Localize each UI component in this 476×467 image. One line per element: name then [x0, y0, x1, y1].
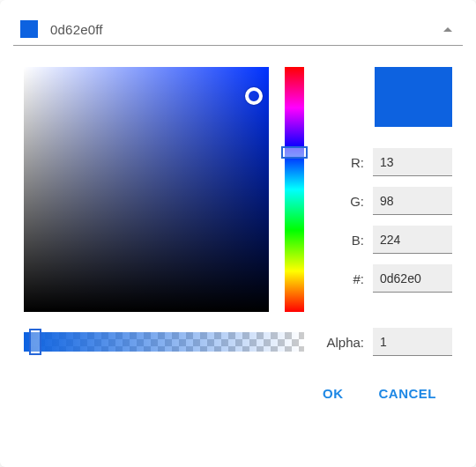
label-g: G:: [320, 194, 364, 209]
header-hex-label: 0d62e0ff: [50, 22, 443, 37]
hue-handle[interactable]: [281, 146, 308, 159]
field-row-b: B:: [320, 226, 452, 254]
ok-button[interactable]: OK: [307, 377, 360, 410]
caret-up-icon: [443, 27, 452, 32]
label-r: R:: [320, 155, 364, 170]
header-swatch: [20, 20, 38, 38]
input-alpha[interactable]: [373, 328, 452, 356]
button-row: OK CANCEL: [24, 377, 452, 410]
picker-body: R: G: B: #:: [13, 46, 463, 417]
top-row: R: G: B: #:: [24, 67, 452, 312]
color-preview: [375, 67, 452, 127]
alpha-handle[interactable]: [29, 329, 41, 355]
cancel-button[interactable]: CANCEL: [363, 377, 453, 410]
saturation-value-area[interactable]: [24, 67, 269, 312]
sv-black-gradient: [24, 67, 269, 312]
label-b: B:: [320, 233, 364, 248]
field-row-g: G:: [320, 187, 452, 215]
input-hex[interactable]: [373, 264, 452, 293]
color-picker-panel: 0d62e0ff R: G:: [0, 0, 476, 467]
inputs-column: R: G: B: #:: [320, 67, 452, 312]
label-alpha: Alpha:: [320, 335, 364, 350]
bottom-row: Alpha:: [24, 328, 452, 356]
collapse-header[interactable]: 0d62e0ff: [13, 13, 463, 46]
alpha-gradient: [24, 332, 304, 352]
field-row-alpha: Alpha:: [320, 328, 452, 356]
hue-slider[interactable]: [285, 67, 304, 312]
field-row-r: R:: [320, 148, 452, 176]
input-b[interactable]: [373, 226, 452, 254]
input-r[interactable]: [373, 148, 452, 176]
alpha-slider[interactable]: [24, 332, 304, 352]
sv-handle[interactable]: [245, 87, 263, 105]
field-row-hex: #:: [320, 264, 452, 293]
label-hex: #:: [320, 271, 364, 286]
input-g[interactable]: [373, 187, 452, 215]
hue-gradient: [285, 67, 304, 312]
